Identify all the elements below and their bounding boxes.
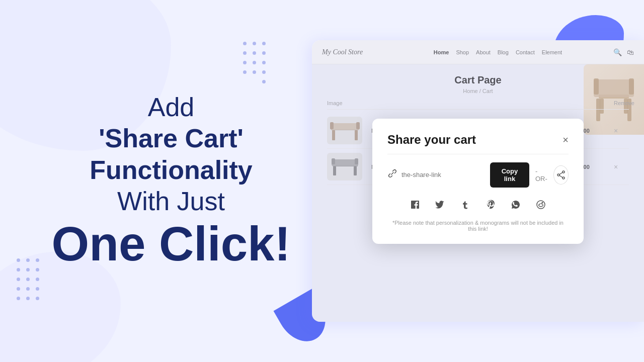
svg-point-21 — [557, 174, 559, 176]
svg-point-22 — [562, 177, 565, 179]
tumblr-share-icon[interactable] — [456, 196, 474, 214]
close-button[interactable]: × — [562, 135, 569, 145]
svg-line-23 — [559, 172, 562, 174]
browser-mockup: My Cool Store Home Shop About Blog Conta… — [312, 40, 644, 322]
modal-overlay: Share your cart × Copy link -OR- — [312, 40, 644, 322]
share-icon-button[interactable] — [553, 165, 569, 185]
text-with-just: With Just — [30, 186, 312, 217]
pinterest-share-icon[interactable] — [481, 196, 500, 214]
text-share-cart: 'Share Cart' Functionality — [30, 123, 312, 186]
share-link-row: Copy link -OR- — [387, 162, 569, 188]
or-divider: -OR- — [535, 167, 547, 183]
text-add: Add — [30, 92, 312, 123]
share-modal: Share your cart × Copy link -OR- — [372, 119, 584, 244]
svg-point-20 — [562, 171, 565, 173]
social-icons-row — [387, 196, 569, 214]
svg-point-28 — [542, 204, 543, 205]
svg-line-24 — [559, 175, 562, 177]
modal-header: Share your cart × — [387, 133, 569, 154]
text-one-click: One Click! — [30, 217, 312, 270]
svg-point-25 — [537, 201, 545, 209]
twitter-share-icon[interactable] — [431, 196, 449, 214]
svg-point-27 — [539, 204, 540, 205]
modal-note: *Please note that personalization & mono… — [387, 220, 569, 232]
facebook-share-icon[interactable] — [406, 196, 424, 214]
link-icon — [387, 168, 397, 181]
share-link-input[interactable] — [401, 171, 486, 178]
whatsapp-share-icon[interactable] — [507, 196, 525, 214]
copy-link-button[interactable]: Copy link — [490, 162, 529, 188]
modal-title: Share your cart — [387, 133, 476, 147]
reddit-share-icon[interactable] — [532, 196, 550, 214]
left-panel: Add 'Share Cart' Functionality With Just… — [30, 92, 312, 270]
svg-point-26 — [539, 204, 543, 207]
dots-top — [242, 40, 267, 85]
